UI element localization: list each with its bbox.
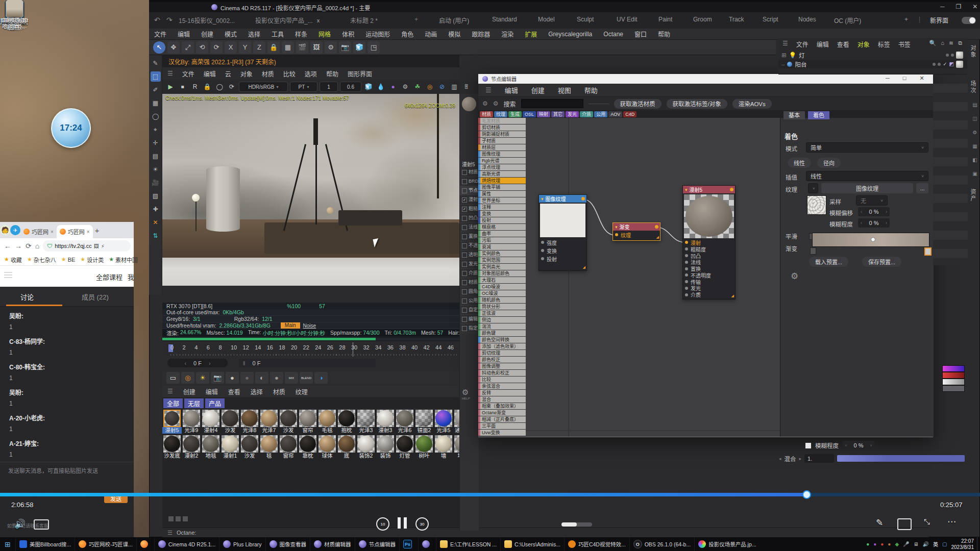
node-type-item[interactable]: 抖动色彩校正	[478, 370, 526, 376]
toolbar-icon[interactable]: ↖	[153, 41, 165, 54]
view-mode-icon[interactable]	[183, 516, 188, 521]
port-dot[interactable]	[685, 273, 688, 277]
port-dot[interactable]	[685, 293, 688, 296]
palette-icon[interactable]: ✛	[151, 138, 161, 148]
material-item[interactable]: 光泽9	[182, 409, 201, 434]
render-toolbar-icon[interactable]: ◐	[255, 372, 268, 384]
output-port-dot[interactable]	[730, 188, 733, 191]
node-header[interactable]: 渐变	[613, 223, 660, 231]
node-type-item[interactable]: 烘焙纹理	[478, 178, 526, 184]
layout-tab[interactable]: Standard	[492, 16, 517, 23]
menu-item[interactable]: 创建	[183, 387, 195, 396]
port-dot[interactable]	[685, 247, 688, 251]
node-type-item[interactable]: 衰减	[478, 244, 526, 250]
tab-main[interactable]: Main	[281, 322, 300, 329]
node-type-item[interactable]: 实例颜色	[478, 251, 526, 257]
node-type-item[interactable]: 颜色键	[478, 330, 526, 336]
material-item[interactable]: 装饰	[376, 435, 395, 459]
image-icon[interactable]: 🖼	[94, 243, 99, 249]
lv-toolbar-icon[interactable]: 🎚	[461, 82, 472, 92]
taskbar-item[interactable]: 材质编辑器	[310, 537, 355, 551]
output-port-dot[interactable]	[581, 197, 585, 201]
more-icon[interactable]: ⋯	[947, 516, 956, 527]
channel-checkbox[interactable]	[462, 289, 467, 294]
menu-item[interactable]: 选项	[305, 69, 317, 78]
taskbar-item[interactable]: E:\工作\LESSON ...	[436, 537, 500, 551]
menu-item[interactable]: Octane	[603, 31, 623, 38]
browser-tab-active[interactable]: 巧匠网 ×	[57, 225, 93, 238]
layout-tab[interactable]: Sculpt	[577, 16, 594, 23]
start-button[interactable]: ⊞	[0, 540, 15, 548]
node-type-item[interactable]: 属性	[478, 191, 526, 197]
node-type-item[interactable]: Rgb光谱	[478, 158, 526, 164]
material-item[interactable]: 光泽6	[395, 409, 414, 434]
course-tab-all[interactable]: 全部课程	[96, 272, 122, 282]
save-preset-button[interactable]: 保存预置...	[862, 257, 901, 267]
palette-icon[interactable]: ⇅	[151, 231, 161, 241]
interpolation-dropdown[interactable]: 线性˅	[806, 171, 928, 181]
node-type-item[interactable]: 对象图层颜色	[478, 270, 526, 277]
lv-toolbar-icon[interactable]: 🧊	[363, 82, 374, 92]
samples-value-box[interactable]: 1	[320, 82, 338, 92]
taskbar-item[interactable]: 美图Billboard搜...	[15, 537, 75, 551]
rewind-10-button[interactable]: 10	[376, 517, 389, 531]
lv-toolbar-icon[interactable]: 💧	[376, 82, 386, 92]
node-type-item[interactable]: 图像纹理	[478, 151, 526, 157]
search-input[interactable]	[521, 99, 583, 108]
port-dot[interactable]	[541, 241, 544, 244]
menu-lines-icon[interactable]: ☰	[782, 40, 788, 48]
material-item[interactable]: 窗帘	[279, 435, 298, 459]
material-channel-row[interactable]: 指定	[460, 324, 479, 333]
tab-basic[interactable]: 基本	[783, 111, 805, 119]
bookmark-item[interactable]: ★ 杂七杂八	[27, 256, 56, 264]
node-header[interactable]: 图像纹理	[539, 195, 586, 203]
back-button[interactable]: ←	[4, 242, 11, 250]
address-bar[interactable]: 🛡 https://tv.2qj.cc 🖼 ⚡	[43, 240, 131, 252]
new-document-button[interactable]: +	[414, 16, 418, 23]
layout-tab[interactable]: Script	[763, 16, 778, 23]
channel-checkbox[interactable]	[462, 271, 467, 276]
minimize-icon[interactable]: ─	[886, 75, 890, 82]
node-type-item[interactable]: 材质层	[478, 144, 526, 151]
tray-icon[interactable]: 🎤	[903, 541, 909, 547]
mix-value[interactable]: 1.	[804, 454, 834, 463]
tray-icon[interactable]: 英	[933, 540, 938, 548]
menu-item[interactable]: 动画	[425, 30, 437, 38]
layout-tab[interactable]: Groom	[693, 16, 712, 23]
material-channel-row[interactable]: 发光	[460, 260, 479, 269]
port-dot[interactable]	[685, 254, 688, 257]
material-channel-row[interactable]: 置换	[460, 232, 479, 241]
menu-item[interactable]: 书签	[898, 40, 911, 48]
node-type-item[interactable]: 添加（滤色效果）	[478, 343, 526, 349]
taskbar-item[interactable]: 节点编辑器	[355, 537, 400, 551]
node-type-item[interactable]: 剪切材质	[478, 124, 526, 131]
lv-toolbar-icon[interactable]: ▥	[449, 82, 459, 92]
node-type-item[interactable]: 污垢	[478, 237, 526, 243]
timeline-playhead[interactable]	[353, 342, 353, 357]
taskbar-item[interactable]: Ps	[399, 537, 418, 551]
menu-item[interactable]: 编辑	[178, 30, 190, 38]
node-type-item[interactable]: 三平面	[478, 423, 526, 429]
node-type-item[interactable]: 颜色校正	[478, 357, 526, 363]
node-type-item[interactable]: 相乘（叠加效果）	[478, 403, 526, 409]
toolbar-icon[interactable]: Z	[253, 41, 265, 54]
menu-item[interactable]: 对象	[857, 40, 870, 48]
material-item[interactable]: 靠枕	[298, 435, 317, 459]
toolbar-icon[interactable]: 🖼	[310, 41, 323, 54]
node-type-item[interactable]: 颜色空间转换	[478, 337, 526, 343]
document-tab-close-icon[interactable]: x	[317, 17, 320, 23]
menu-item[interactable]: 材质	[273, 387, 285, 396]
texture-node-button[interactable]: 图像纹理	[821, 183, 913, 193]
category-chip[interactable]: 公用	[594, 111, 607, 117]
tray-icon[interactable]: ●	[880, 541, 884, 547]
blur2-stepper[interactable]: ‹0 %›	[843, 441, 874, 450]
port-dot[interactable]	[685, 280, 688, 283]
help-gear-icon[interactable]: ⚙HELP	[462, 388, 470, 400]
material-item[interactable]: 树叶	[414, 435, 434, 459]
node-type-item[interactable]: 浮点纹理	[478, 164, 526, 170]
menu-item[interactable]: 跟踪器	[472, 30, 490, 38]
menu-item[interactable]: 编辑	[505, 85, 518, 95]
category-chip[interactable]: AOV	[608, 111, 622, 117]
node-input-port[interactable]: 投射	[539, 255, 586, 263]
toolbar-icon[interactable]: 📷	[339, 41, 351, 54]
